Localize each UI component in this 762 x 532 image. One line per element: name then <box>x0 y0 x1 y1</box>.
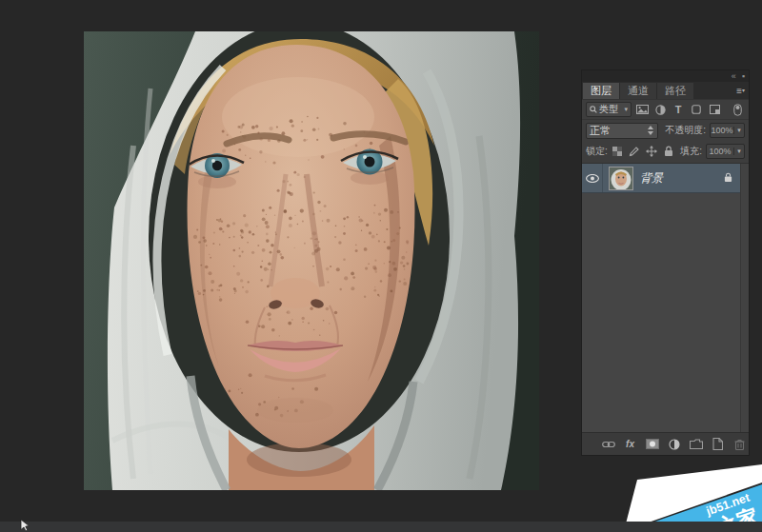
folder-icon <box>690 439 703 449</box>
opacity-input[interactable]: 100% ▾ <box>710 123 745 138</box>
portrait-photo <box>84 31 539 490</box>
watermark-site: jb51.net <box>704 491 752 519</box>
layers-panel: « ▪ 图层 通道 路径 ≡▾ 类型 ▾ <box>581 69 750 456</box>
chevron-down-icon: ▾ <box>742 88 745 93</box>
filter-adjustment-layers-button[interactable] <box>652 102 668 117</box>
lock-icon <box>664 146 673 157</box>
new-layer-button[interactable] <box>711 437 725 451</box>
layer-row-background[interactable]: 背景 <box>582 164 740 193</box>
panel-dock-bar: « ▪ <box>582 70 749 82</box>
blend-mode-select[interactable]: 正常 <box>586 123 658 139</box>
panel-menu-icon[interactable]: ≡▾ <box>736 86 745 96</box>
scrollbar[interactable] <box>740 164 749 432</box>
lock-pixels-button[interactable] <box>628 145 641 158</box>
add-layer-mask-button[interactable] <box>645 437 659 451</box>
type-icon: T <box>675 105 682 115</box>
filter-smart-object-button[interactable] <box>707 102 722 117</box>
new-adjustment-layer-button[interactable] <box>667 437 681 451</box>
lock-icon <box>724 172 732 183</box>
dock-box-icon[interactable]: ▪ <box>742 72 745 81</box>
layer-filter-row: 类型 ▾ T <box>582 99 749 120</box>
filter-shape-layers-button[interactable] <box>689 102 704 117</box>
layer-thumbnail[interactable] <box>609 167 633 190</box>
chevron-down-icon: ▾ <box>733 127 744 134</box>
layer-name: 背景 <box>640 170 724 187</box>
search-icon <box>590 106 597 113</box>
canvas-image[interactable] <box>84 31 539 490</box>
panel-footer: fx <box>582 432 749 455</box>
link-icon <box>602 441 615 448</box>
visibility-toggle[interactable] <box>582 164 603 192</box>
lock-all-button[interactable] <box>662 145 675 158</box>
fill-value: 100% <box>707 147 733 156</box>
layer-list: 背景 <box>582 163 749 432</box>
adjustment-circle-icon <box>655 105 666 115</box>
opacity-label: 不透明度: <box>665 124 706 137</box>
tab-layers[interactable]: 图层 <box>583 83 619 99</box>
tab-paths[interactable]: 路径 <box>657 83 693 99</box>
layer-mask-icon <box>646 439 659 449</box>
shape-icon <box>692 105 701 114</box>
blend-mode-value: 正常 <box>590 124 647 138</box>
delete-layer-button[interactable] <box>732 437 747 451</box>
toggle-icon <box>733 104 742 116</box>
lock-position-button[interactable] <box>645 145 658 158</box>
collapse-panel-icon[interactable]: « <box>732 72 736 81</box>
link-layers-button[interactable] <box>601 437 615 451</box>
panel-tab-bar: 图层 通道 路径 ≡▾ <box>582 82 749 99</box>
status-strip <box>0 522 762 532</box>
eye-icon <box>586 174 599 183</box>
lock-transparency-button[interactable] <box>611 145 624 158</box>
tab-channels[interactable]: 通道 <box>620 83 656 99</box>
updown-arrows-icon <box>647 126 654 135</box>
fill-label: 填充: <box>680 145 702 158</box>
layer-style-button[interactable]: fx <box>623 437 637 451</box>
chevron-down-icon: ▾ <box>733 148 744 155</box>
mouse-cursor <box>20 519 30 532</box>
image-icon <box>636 105 649 114</box>
photoshop-workspace: « ▪ 图层 通道 路径 ≡▾ 类型 ▾ <box>0 0 762 532</box>
thumbnail-portrait <box>610 167 632 189</box>
lock-row: 锁定: <box>582 141 749 162</box>
filter-toggle-switch[interactable] <box>730 102 745 117</box>
fx-icon: fx <box>626 439 634 449</box>
filter-kind-dropdown[interactable]: 类型 ▾ <box>586 102 632 117</box>
filter-kind-label: 类型 <box>599 103 622 116</box>
chevron-down-icon: ▾ <box>624 106 628 113</box>
smart-object-icon <box>710 105 720 114</box>
checkerboard-icon <box>612 147 622 156</box>
new-group-button[interactable] <box>689 437 703 451</box>
layer-lock-badge <box>724 172 732 185</box>
opacity-value: 100% <box>711 126 733 135</box>
blend-mode-row: 正常 不透明度: 100% ▾ <box>582 120 749 141</box>
filter-pixel-layers-button[interactable] <box>634 102 650 117</box>
move-icon <box>646 146 657 157</box>
adjustment-circle-icon <box>669 439 680 450</box>
new-layer-icon <box>712 438 723 450</box>
filter-type-layers-button[interactable]: T <box>671 102 686 117</box>
lock-label: 锁定: <box>586 145 608 158</box>
fill-input[interactable]: 100% ▾ <box>706 144 745 159</box>
brush-icon <box>629 147 639 157</box>
trash-icon <box>734 439 745 450</box>
